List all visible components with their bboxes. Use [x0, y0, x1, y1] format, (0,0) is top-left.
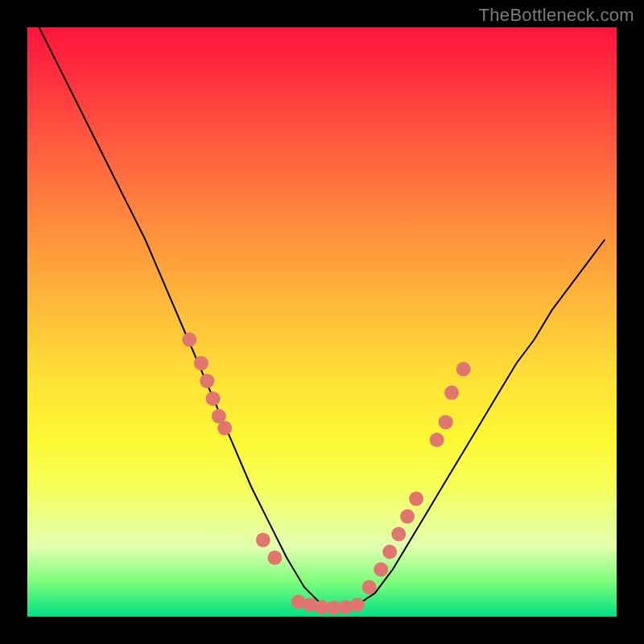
data-marker: [374, 562, 388, 576]
data-marker: [439, 415, 453, 429]
chart-frame: [27, 27, 617, 617]
data-marker: [350, 597, 365, 612]
data-marker: [444, 386, 459, 400]
data-marker: [256, 533, 270, 547]
data-marker: [391, 527, 406, 542]
data-marker: [362, 580, 377, 594]
data-marker: [194, 356, 208, 370]
data-marker: [409, 492, 423, 506]
bottleneck-curve: [39, 27, 605, 608]
data-marker: [267, 551, 282, 565]
data-marker: [206, 391, 221, 406]
watermark-text: TheBottleneck.com: [479, 5, 634, 26]
data-marker: [217, 421, 232, 436]
chart-svg: [27, 27, 617, 617]
data-marker: [200, 374, 214, 388]
data-marker: [182, 332, 196, 347]
data-marker: [382, 545, 397, 559]
data-markers: [182, 332, 470, 615]
data-marker: [456, 362, 471, 377]
data-marker: [430, 432, 444, 447]
data-marker: [400, 510, 415, 524]
